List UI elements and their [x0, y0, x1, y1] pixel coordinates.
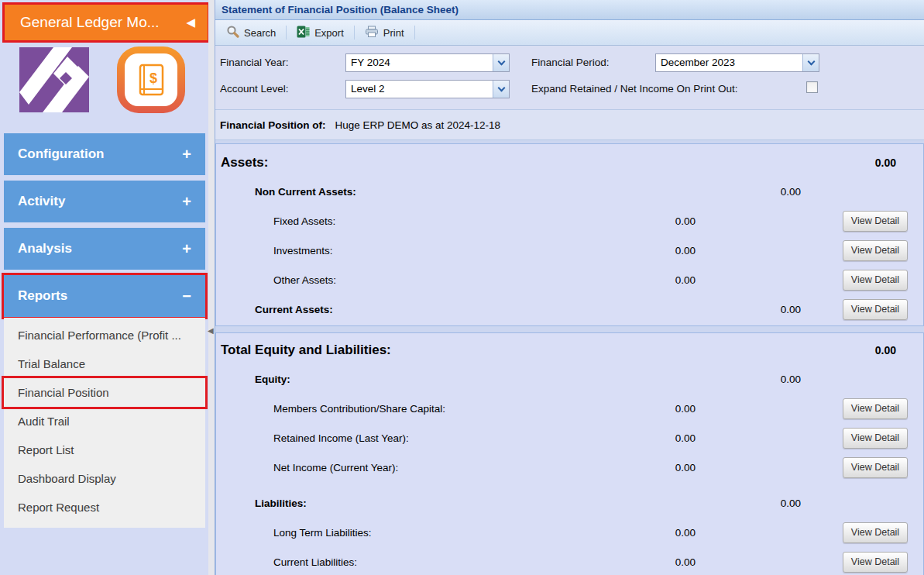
expand-plus-icon[interactable]: + — [182, 146, 191, 164]
module-header-button[interactable]: General Ledger Mo... ◀ — [2, 2, 210, 43]
filter-panel: Financial Year: FY 2024 Financial Period… — [215, 46, 924, 109]
section-heading-row: Total Equity and Liabilities: 0.00 — [216, 336, 923, 364]
row-value: 0.00 — [675, 432, 696, 444]
submenu-item-dashboard-display[interactable]: Dashboard Display — [4, 464, 205, 493]
account-level-label: Account Level: — [220, 83, 289, 95]
row-value: 0.00 — [675, 245, 696, 257]
excel-export-icon — [297, 26, 310, 40]
sidebar-item-reports[interactable]: Reports − — [4, 275, 205, 317]
sidebar: General Ledger Mo... ◀ — [0, 0, 208, 575]
row-value: 0.00 — [781, 186, 801, 198]
expand-retained-checkbox[interactable] — [806, 81, 818, 93]
equity-liabilities-section: Total Equity and Liabilities: 0.00 Equit… — [215, 332, 924, 575]
sidebar-item-analysis[interactable]: Analysis + — [4, 228, 205, 270]
printer-icon — [365, 26, 379, 40]
row-value: 0.00 — [675, 527, 696, 539]
view-detail-button[interactable]: View Detail — [843, 270, 908, 291]
nav-label: Configuration — [18, 146, 104, 162]
view-detail-button[interactable]: View Detail — [843, 398, 908, 419]
table-row: Current Liabilities: 0.00 View Detail — [216, 547, 923, 575]
financial-position-of-value: Huge ERP DEMO as at 2024-12-18 — [335, 119, 501, 131]
row-label: Retained Income (Last Year): — [216, 432, 409, 444]
financial-position-of-label: Financial Position of: — [220, 119, 326, 131]
search-button[interactable]: Search — [220, 22, 282, 43]
submenu-item-financial-performance[interactable]: Financial Performance (Profit ... — [4, 321, 205, 349]
logos: $ — [19, 46, 187, 116]
table-row: Non Current Assets: 0.00 — [216, 177, 923, 206]
submenu-item-report-request[interactable]: Report Request — [4, 493, 205, 522]
financial-period-label: Financial Period: — [531, 57, 610, 68]
view-detail-button[interactable]: View Detail — [843, 522, 908, 543]
account-level-value: Level 2 — [346, 81, 493, 98]
nav-label: Analysis — [18, 241, 72, 257]
table-row: Members Contribution/Share Capital: 0.00… — [216, 394, 923, 423]
splitter-collapse-icon[interactable]: ◀ — [208, 326, 214, 335]
toolbar-separator — [286, 26, 287, 40]
section-title: Total Equity and Liabilities: — [216, 343, 391, 358]
row-label: Current Assets: — [216, 304, 333, 315]
submenu-item-report-list[interactable]: Report List — [4, 436, 205, 464]
nav-label: Reports — [18, 288, 67, 304]
table-row: Current Assets: 0.00 View Detail — [216, 294, 923, 324]
row-value: 0.00 — [781, 374, 801, 385]
collapse-minus-icon[interactable]: − — [182, 288, 191, 305]
row-value: 0.00 — [781, 304, 801, 315]
table-row: Fixed Assets: 0.00 View Detail — [216, 206, 923, 236]
expand-plus-icon[interactable]: + — [182, 193, 191, 211]
account-level-select[interactable]: Level 2 — [345, 80, 510, 98]
search-label: Search — [244, 27, 276, 39]
row-value: 0.00 — [675, 274, 696, 286]
table-row: Other Assets: 0.00 View Detail — [216, 265, 923, 294]
view-detail-button[interactable]: View Detail — [843, 428, 908, 449]
sidebar-nav: Configuration + Activity + Analysis + Re… — [4, 133, 205, 318]
section-total: 0.00 — [875, 157, 896, 169]
submenu-item-financial-position[interactable]: Financial Position — [4, 378, 205, 407]
export-label: Export — [314, 27, 344, 39]
search-icon — [226, 25, 239, 40]
table-row: Net Income (Current Year): 0.00 View Det… — [216, 453, 923, 482]
view-detail-button[interactable]: View Detail — [843, 457, 908, 478]
view-detail-button[interactable]: View Detail — [843, 552, 908, 573]
financial-year-select[interactable]: FY 2024 — [345, 53, 510, 72]
chevron-down-icon[interactable] — [493, 54, 509, 71]
row-label: Liabilities: — [216, 498, 307, 509]
table-row: Equity: 0.00 — [216, 364, 923, 394]
export-button[interactable]: Export — [290, 22, 350, 43]
sidebar-splitter[interactable]: ◀ — [208, 0, 215, 575]
row-value: 0.00 — [675, 556, 696, 568]
expand-retained-label: Expand Retained / Net Income On Print Ou… — [531, 83, 737, 95]
row-label: Other Assets: — [216, 274, 336, 286]
collapse-left-icon[interactable]: ◀ — [186, 15, 208, 29]
table-row: Retained Income (Last Year): 0.00 View D… — [216, 423, 923, 453]
financial-year-value: FY 2024 — [346, 54, 493, 71]
table-row: Liabilities: 0.00 — [216, 488, 923, 518]
submenu-item-trial-balance[interactable]: Trial Balance — [4, 349, 205, 378]
financial-year-label: Financial Year: — [220, 57, 289, 68]
report-header-row: Financial Position of: Huge ERP DEMO as … — [215, 109, 924, 140]
row-value: 0.00 — [675, 215, 696, 227]
row-label: Fixed Assets: — [216, 215, 335, 227]
chevron-down-icon[interactable] — [802, 54, 819, 71]
row-label: Net Income (Current Year): — [216, 462, 398, 473]
company-logo — [19, 47, 89, 115]
row-label: Investments: — [216, 245, 333, 257]
view-detail-button[interactable]: View Detail — [843, 240, 908, 261]
row-label: Equity: — [216, 374, 290, 385]
financial-period-select[interactable]: December 2023 — [655, 53, 819, 72]
financial-period-value: December 2023 — [656, 54, 802, 71]
row-value: 0.00 — [675, 462, 696, 473]
print-button[interactable]: Print — [359, 22, 410, 43]
view-detail-button[interactable]: View Detail — [843, 299, 908, 320]
sidebar-item-activity[interactable]: Activity + — [4, 181, 205, 222]
section-heading-row: Assets: 0.00 — [216, 149, 923, 177]
row-label: Long Term Liabilities: — [216, 527, 372, 539]
expand-plus-icon[interactable]: + — [182, 240, 191, 258]
view-detail-button[interactable]: View Detail — [843, 211, 908, 232]
submenu-item-audit-trail[interactable]: Audit Trail — [4, 407, 205, 436]
module-title: General Ledger Mo... — [5, 14, 186, 31]
sidebar-item-configuration[interactable]: Configuration + — [4, 133, 205, 175]
table-row: Investments: 0.00 View Detail — [216, 236, 923, 265]
chevron-down-icon[interactable] — [493, 81, 509, 98]
section-title: Assets: — [216, 155, 268, 170]
row-value: 0.00 — [675, 403, 696, 415]
